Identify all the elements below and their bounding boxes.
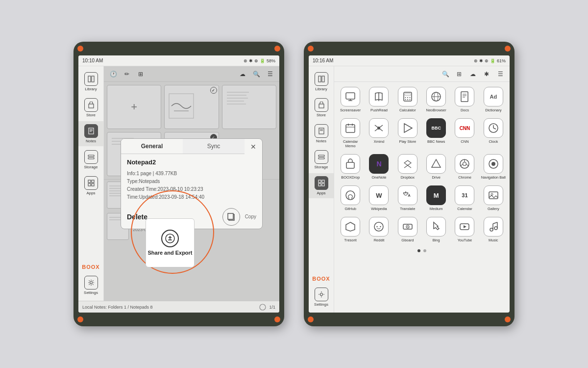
app-item-youtube[interactable]: YouTube [451, 215, 478, 244]
right-content: 🔍 ⊞ ☁ ✱ ☰ ScreensaverPushReadCalculatorN… [334, 66, 510, 313]
svg-point-35 [260, 304, 266, 310]
app-item-dictionary[interactable]: AdDictionary [480, 85, 507, 114]
svg-line-75 [375, 128, 379, 131]
svg-rect-39 [319, 128, 324, 134]
app-item-gallery[interactable]: Gallery [480, 184, 507, 213]
app-item-bbc-news[interactable]: BBCBBC News [423, 116, 449, 150]
tab-general[interactable]: General [121, 139, 183, 154]
right-star-icon[interactable]: ✱ [481, 69, 492, 79]
modal-title: Notepad2 [121, 155, 262, 168]
app-icon-music [484, 217, 503, 237]
app-label-tresorit: Tresorit [344, 238, 357, 242]
app-item-play-store[interactable]: Play Store [394, 116, 421, 150]
right-sidebar-apps[interactable]: Apps [309, 173, 334, 198]
app-label-screensaver: Screensaver [340, 108, 361, 112]
app-item-translate[interactable]: Translate [394, 184, 421, 213]
share-export-box[interactable]: Share and Export [146, 218, 195, 267]
right-library-label: Library [315, 87, 327, 91]
right-sidebar-storage[interactable]: Storage [309, 147, 334, 172]
library-icon [84, 72, 98, 86]
right-settings-label: Settings [314, 302, 328, 307]
svg-rect-54 [405, 93, 411, 96]
right-sidebar-notes[interactable]: Notes [309, 121, 334, 146]
modal-header: General Sync ✕ [121, 139, 262, 155]
svg-rect-3 [89, 128, 94, 134]
app-label-youtube: YouTube [458, 238, 472, 242]
app-icon-screensaver [341, 87, 360, 106]
app-item-pushread[interactable]: PushRead [366, 85, 392, 114]
app-icon-github [341, 185, 360, 205]
right-search-icon[interactable]: 🔍 [440, 69, 451, 79]
app-item-drive[interactable]: Drive [423, 152, 449, 182]
svg-rect-2 [89, 104, 94, 108]
right-menu-icon[interactable]: ☰ [495, 69, 506, 79]
right-sidebar-settings[interactable]: Settings [309, 285, 334, 310]
right-sidebar-library[interactable]: Library [309, 69, 334, 94]
app-label-calendar: Calendar [457, 207, 472, 211]
right-library-icon [315, 72, 328, 86]
copy-btn[interactable] [222, 208, 240, 226]
app-item-cnn[interactable]: CNNCNN [451, 116, 478, 150]
sidebar-item-apps[interactable]: Apps [78, 173, 103, 198]
app-label-navigation-ball: Navigation Ball [481, 175, 506, 180]
app-label-dictionary: Dictionary [485, 108, 501, 112]
app-item-tresorit[interactable]: Tresorit [337, 215, 364, 244]
app-item-music[interactable]: Music [480, 215, 507, 244]
app-item-bing[interactable]: Bing [423, 215, 449, 244]
app-item-github[interactable]: GitHub [337, 184, 364, 213]
svg-marker-103 [464, 225, 466, 228]
right-cloud-icon[interactable]: ☁ [467, 69, 478, 79]
app-item-wikipedia[interactable]: WWikipedia [366, 184, 392, 213]
settings-icon [84, 276, 98, 289]
left-battery: 58% [267, 58, 275, 63]
app-label-gallery: Gallery [488, 207, 499, 211]
app-item-xmind[interactable]: Xmind [366, 116, 392, 150]
app-icon-translate [398, 185, 417, 205]
app-item-calculator[interactable]: Calculator [394, 85, 421, 114]
app-item-chrome[interactable]: Chrome [451, 152, 478, 182]
app-item-gboard[interactable]: Gboard [394, 215, 421, 244]
svg-line-76 [379, 128, 383, 131]
svg-line-73 [375, 125, 379, 128]
right-sidebar: Library Store Notes [309, 66, 334, 313]
tab-sync[interactable]: Sync [183, 139, 245, 154]
svg-line-87 [461, 164, 463, 166]
app-icon-clock [484, 118, 503, 138]
app-item-calendar-memo[interactable]: Calendar Memo [337, 116, 364, 150]
app-icon-xmind [369, 118, 389, 138]
right-grid-icon[interactable]: ⊞ [454, 69, 465, 79]
app-icon-bing [426, 217, 446, 237]
sidebar-item-notes[interactable]: Notes [78, 121, 103, 146]
modal-close-btn[interactable]: ✕ [245, 139, 262, 155]
app-item-booxdrop[interactable]: BOOXDrop [337, 152, 364, 182]
app-item-navigation-ball[interactable]: Navigation Ball [480, 152, 507, 182]
sidebar-item-store[interactable]: Store [78, 95, 103, 120]
sidebar-item-settings[interactable]: Settings [78, 273, 103, 298]
storage-label: Storage [84, 165, 98, 169]
right-sidebar-store[interactable]: Store [309, 95, 334, 120]
sidebar-item-library[interactable]: Library [78, 69, 103, 94]
right-notes-icon [315, 124, 328, 138]
app-item-screensaver[interactable]: Screensaver [337, 85, 364, 114]
app-item-dropbox[interactable]: Dropbox [394, 152, 421, 182]
right-corner-br [505, 316, 511, 322]
app-item-onenote[interactable]: NOneNote [366, 152, 392, 182]
app-item-medium[interactable]: MMedium [423, 184, 449, 213]
storage-icon [84, 150, 98, 164]
app-item-clock[interactable]: Clock [480, 116, 507, 150]
app-item-reddit[interactable]: Reddit [366, 215, 392, 244]
app-icon-navigation-ball [484, 154, 503, 174]
app-label-booxdrop: BOOXDrop [341, 175, 360, 180]
share-export-icon [161, 230, 179, 247]
right-time: 10:16 AM [313, 58, 333, 63]
app-item-calendar[interactable]: 31Calendar [451, 184, 478, 213]
corner-tl [77, 46, 83, 52]
app-item-neobrowser[interactable]: NeoBrowser [423, 85, 449, 114]
settings-label: Settings [84, 290, 98, 295]
device-right: 10:16 AM ⊗ ✱ ⊕ 🔋 61% Library [304, 42, 514, 326]
app-label-dropbox: Dropbox [401, 175, 415, 180]
sidebar-item-storage[interactable]: Storage [78, 147, 103, 172]
app-item-docs[interactable]: Docs [451, 85, 478, 114]
right-settings-icon [315, 288, 328, 301]
app-label-calculator: Calculator [399, 108, 416, 112]
